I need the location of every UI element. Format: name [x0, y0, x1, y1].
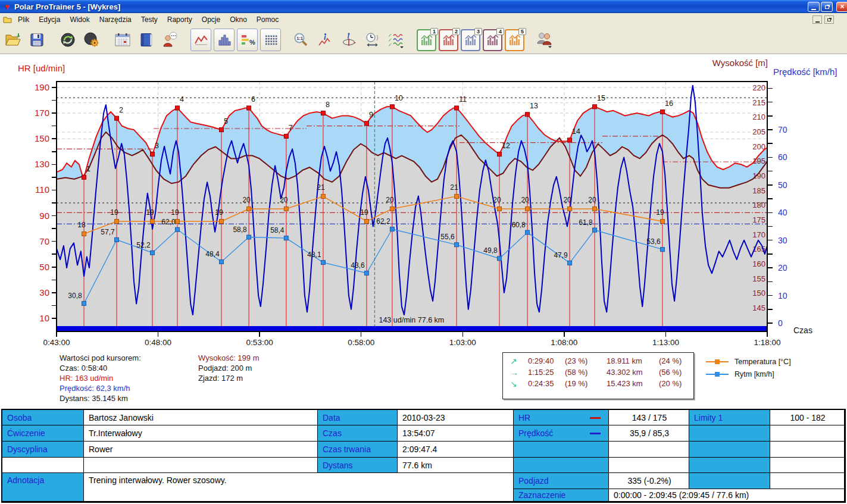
svg-text:14: 14	[572, 127, 580, 136]
toolbar-zones-view-button[interactable]: %	[237, 29, 258, 51]
speed-axis-title: Prędkość [km/h]	[773, 67, 837, 77]
menu-item-widok[interactable]: Widok	[65, 14, 94, 25]
series-color-dash-icon	[590, 433, 601, 434]
svg-text:57,7: 57,7	[101, 228, 115, 236]
svg-text:58,8: 58,8	[233, 226, 247, 234]
toolbar-graph-4-button[interactable]: 4	[483, 29, 502, 51]
svg-text:145: 145	[752, 303, 765, 312]
toolbar-graph-5-button[interactable]: 5	[505, 29, 524, 51]
svg-text:60: 60	[778, 152, 787, 162]
svg-text:9: 9	[369, 111, 373, 119]
toolbar-chart-info-button[interactable]: i	[314, 28, 336, 52]
table-header-cell	[689, 442, 770, 458]
ascent-value: Podjazd: 200 m	[198, 363, 259, 373]
table-value-cell: Bartosz Janowski	[84, 410, 318, 425]
svg-text:1:08:00: 1:08:00	[551, 338, 577, 347]
menu-item-edycja[interactable]: Edycja	[34, 14, 65, 25]
table-header-cell: Dystans	[318, 458, 398, 473]
legend-line-sample	[706, 361, 729, 362]
svg-text:130: 130	[35, 159, 49, 169]
menu-item-plik[interactable]: Plik	[13, 14, 34, 25]
toolbar-transfer-button[interactable]	[57, 28, 79, 52]
svg-text:18: 18	[77, 221, 86, 229]
table-header-cell: Limity 1	[689, 410, 770, 425]
toolbar-curve-view-button[interactable]	[190, 29, 211, 51]
menu-item-pomoc[interactable]: Pomoc	[252, 14, 283, 25]
svg-text:%: %	[249, 39, 255, 46]
toolbar-chart-rotate-button[interactable]: i	[338, 28, 360, 52]
cursor-hr: HR: 163 ud/min	[60, 373, 141, 383]
table-header-cell: Data	[318, 410, 398, 425]
cursor-distance: Dystans: 35.145 km	[60, 393, 141, 403]
restore-button[interactable]	[821, 2, 833, 12]
svg-text:143 ud/min 77.6 km: 143 ud/min 77.6 km	[379, 316, 444, 324]
toolbar-person-info-button[interactable]	[160, 28, 181, 52]
toolbar-transfer-settings-button[interactable]	[81, 28, 102, 52]
toolbar-graph-1-button[interactable]: 1	[417, 29, 436, 51]
toolbar-time-shift-button[interactable]	[362, 28, 383, 52]
svg-text:48,4: 48,4	[205, 250, 220, 258]
svg-text:5: 5	[224, 117, 228, 126]
svg-text:1:1: 1:1	[296, 36, 303, 41]
svg-text:150: 150	[752, 289, 765, 298]
svg-text:1: 1	[86, 165, 90, 173]
menu-item-raporty[interactable]: Raporty	[162, 14, 197, 25]
svg-text:47,9: 47,9	[554, 251, 568, 259]
svg-text:2: 2	[119, 106, 123, 114]
toolbar-multi-graph-button[interactable]: ✓✓✓	[386, 28, 407, 52]
table-header-cell: Dyscyplina	[2, 442, 84, 458]
toolbar-graph-3-button[interactable]: 3	[461, 29, 480, 51]
table-value-cell: 13:54:07	[398, 425, 514, 442]
toolbar-zoom-1-1-button[interactable]: 1:1	[290, 28, 312, 52]
toolbar-graph-2-button[interactable]: 2	[439, 29, 458, 51]
table-value-cell: 0:00:00 - 2:09:45 (2:09:45 / 77.6 km)	[609, 489, 845, 502]
table-header-cell: Prędkość	[514, 425, 609, 442]
toolbar-open-file-button[interactable]	[2, 28, 24, 52]
graph-number-badge: 2	[452, 28, 460, 35]
summary-row: →1:15:25(58 %)43.302 km(56 %)	[503, 366, 693, 377]
hr-axis-title: HR [ud/min]	[18, 63, 65, 73]
svg-text:20: 20	[386, 196, 394, 204]
svg-text:220: 220	[752, 83, 765, 92]
close-button[interactable]: ×	[836, 2, 847, 12]
svg-text:62,0: 62,0	[161, 218, 176, 226]
mdi-minimize-button[interactable]	[812, 15, 822, 24]
graph-number-badge: 1	[430, 28, 438, 35]
svg-text:10: 10	[39, 313, 49, 323]
menu-item-okno[interactable]: Okno	[225, 14, 252, 25]
table-value-cell: Rower	[84, 442, 318, 458]
svg-text:43,6: 43,6	[351, 261, 365, 270]
svg-text:49,8: 49,8	[483, 246, 498, 255]
svg-text:205: 205	[752, 127, 765, 136]
svg-text:12: 12	[502, 142, 510, 150]
svg-text:20: 20	[563, 196, 571, 204]
legend-square-marker	[715, 372, 720, 377]
menu-item-narzędzia[interactable]: Narzędzia	[95, 14, 136, 25]
svg-text:185: 185	[752, 186, 765, 195]
svg-text:20: 20	[521, 196, 529, 204]
legend-label: Temperatura [°C]	[735, 358, 791, 366]
toolbar-calendar-button[interactable]	[112, 28, 133, 52]
toolbar-distribution-view-button[interactable]	[214, 29, 235, 51]
toolbar-grid-view-button[interactable]	[260, 29, 281, 51]
chart-canvas[interactable]: 2202152102052001951901851801751701651601…	[0, 57, 847, 349]
menu-item-testy[interactable]: Testy	[136, 14, 162, 25]
svg-text:8: 8	[326, 101, 330, 109]
toolbar-save-button[interactable]	[26, 28, 48, 52]
svg-text:60,8: 60,8	[511, 221, 526, 229]
svg-text:7: 7	[289, 124, 293, 132]
table-header-cell	[689, 473, 770, 489]
svg-text:175: 175	[752, 215, 765, 224]
mdi-restore-button[interactable]	[824, 15, 834, 24]
menu-item-opcje[interactable]: Opcje	[197, 14, 225, 25]
table-header-cell: Czas	[318, 425, 398, 442]
toolbar-diary-button[interactable]	[136, 28, 157, 52]
svg-text:0:48:00: 0:48:00	[145, 338, 171, 347]
toolbar-select-person-button[interactable]	[534, 28, 555, 52]
title-bar: ♥ Polar ProTrainer 5 - [Wykres] ×	[0, 0, 847, 13]
svg-text:21: 21	[450, 183, 458, 192]
table-value-cell	[2, 458, 84, 473]
ascent-arrow-icon: ↗	[510, 356, 528, 366]
svg-text:30: 30	[778, 236, 787, 245]
minimize-button[interactable]	[808, 2, 820, 12]
